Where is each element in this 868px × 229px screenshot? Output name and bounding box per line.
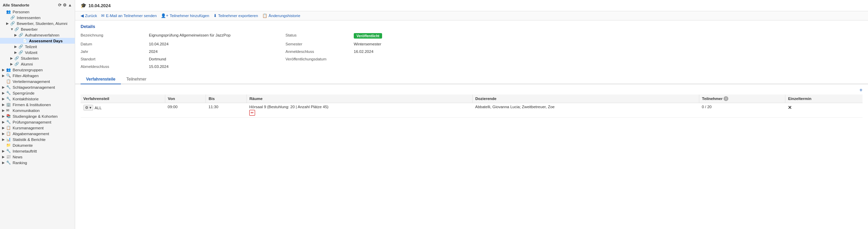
sidebar-item-aufnahmeverfahren[interactable]: ▶ 🔗 Aufnahmeverfahren xyxy=(0,32,75,38)
sidebar-item-schlagwortmanagement[interactable]: ▶ 🔧 Schlagwortmanagement xyxy=(0,84,75,90)
history-icon: 📋 xyxy=(262,13,267,18)
sidebar-item-label: Bewerber xyxy=(21,27,38,31)
sidebar-item-sperrgründe[interactable]: ▶ 🔧 Sperrgründe xyxy=(0,90,75,96)
sidebar-item-bewerber[interactable]: ▼ 🔗 Bewerber xyxy=(0,26,75,32)
tabs-bar: Verfahrensteile Teilnehmer xyxy=(75,75,868,84)
tree-arrow-icon: ▶ xyxy=(2,103,6,106)
sidebar-item-studenten[interactable]: ▶ 🔗 Studenten xyxy=(0,55,75,61)
raum-text: Hörsaal 9 (Bestuhlung: 20 | Anzahl Plätz… xyxy=(249,105,470,109)
sidebar-item-label: Benutzergruppen xyxy=(13,68,43,72)
sidebar-item-statistik-berichte[interactable]: ▶ 📊 Statistik & Berichte xyxy=(0,137,75,142)
teilnehmer-info-icon[interactable]: i xyxy=(724,96,728,101)
label-jahr: Jahr xyxy=(81,49,149,54)
sidebar-item-alumni[interactable]: ▶ 🔗 Alumni xyxy=(0,61,75,67)
tree-arrow-icon: ▶ xyxy=(2,85,6,89)
sidebar-item-label: Kontakthistorie xyxy=(13,97,39,101)
sidebar-item-label: Kursmanagement xyxy=(13,126,44,130)
sidebar-item-label: Prüfungsmanagement xyxy=(13,120,51,124)
tree-item-icon: 🔧 xyxy=(6,149,12,153)
sidebar-item-label: Alumni xyxy=(21,62,33,66)
tree-item-icon: 📄 xyxy=(23,39,28,43)
table-row: ⚙ ▾ ALL 09:00 11:30 Hörsaal 9 (Bestuhlun… xyxy=(81,103,863,118)
collapse-icon[interactable]: ▲ xyxy=(68,3,72,8)
tree-item-icon: 🔗 xyxy=(18,44,24,49)
sidebar-item-dokumente[interactable]: 📁 Dokumente xyxy=(0,142,75,148)
tree-arrow-icon: ▶ xyxy=(2,120,6,124)
tree-arrow-icon: ▶ xyxy=(2,161,6,164)
settings-icon[interactable]: ⚙ xyxy=(63,3,67,8)
details-section-title: Details xyxy=(75,20,868,31)
sidebar-item-news[interactable]: ▶ 📰 News xyxy=(0,154,75,160)
tab-verfahrensteile[interactable]: Verfahrensteile xyxy=(81,75,121,84)
col-dozierende: Dozierende xyxy=(473,95,699,103)
tree-arrow-icon: ▶ xyxy=(6,22,10,25)
edit-raum-button[interactable]: ✏ xyxy=(249,110,255,116)
tree-arrow-icon: ▶ xyxy=(14,45,18,48)
sidebar-item-label: Verteilermanagement xyxy=(13,80,50,84)
tree-item-icon: 📋 xyxy=(6,79,12,84)
refresh-icon[interactable]: ⟳ xyxy=(58,3,61,8)
add-row-button[interactable]: + xyxy=(859,87,863,93)
delete-button[interactable]: ✕ xyxy=(788,105,792,110)
cell-verfahrensteil: ⚙ ▾ ALL xyxy=(81,103,165,118)
back-arrow-icon: ◀ xyxy=(81,13,84,18)
col-teilnehmer: Teilnehmer i xyxy=(699,95,785,103)
tree-arrow-icon: ▼ xyxy=(10,27,14,31)
tree-arrow-icon: ▶ xyxy=(2,149,6,153)
tab-teilnehmer[interactable]: Teilnehmer xyxy=(121,75,152,84)
sidebar-item-kommunikation[interactable]: ▶ ✉ Kommunikation xyxy=(0,108,75,113)
tree-arrow-icon: ▶ xyxy=(2,109,6,112)
verfahrensteile-table: Verfahrensteil Von Bis Räume Dozierende … xyxy=(81,95,863,118)
value-jahr: 2024 xyxy=(149,49,285,54)
sidebar-item-personen[interactable]: 👥 Personen xyxy=(0,9,75,15)
details-grid: Bezeichnung Eignungsprüfung Allgemeinwis… xyxy=(75,31,868,73)
email-button[interactable]: ✉ E-Mail an Teilnehmer senden xyxy=(101,13,157,18)
sidebar-item-benutzergruppen[interactable]: ▶ 👥 Benutzergruppen xyxy=(0,67,75,73)
cell-bis: 11:30 xyxy=(206,103,247,118)
sidebar-item-ranking[interactable]: ▶ 🔧 Ranking xyxy=(0,160,75,166)
history-button[interactable]: 📋 Änderungshistorie xyxy=(262,13,300,18)
sidebar: Alle Standorte ⟳ ⚙ ▲ 👥 Personen 🔗 Intere… xyxy=(0,0,75,229)
sidebar-item-studiengaenge-kohorten[interactable]: ▶ 📚 Studiengänge & Kohorten xyxy=(0,113,75,119)
tree-item-icon: 🔧 xyxy=(6,91,12,95)
tree-item-icon: 🔧 xyxy=(6,85,12,89)
label-bezeichnung: Bezeichnung xyxy=(81,32,149,39)
tree-arrow-icon: ▶ xyxy=(2,138,6,141)
add-participant-button[interactable]: 👤+ Teilnehmer hinzufügen xyxy=(161,13,209,18)
cell-raum: Hörsaal 9 (Bestuhlung: 20 | Anzahl Plätz… xyxy=(247,103,472,118)
gear-dropdown-button[interactable]: ⚙ ▾ xyxy=(83,105,93,111)
sidebar-item-abgabemanagement[interactable]: ▶ 📋 Abgabemanagement xyxy=(0,131,75,137)
sidebar-item-vollzeit[interactable]: ▶ 🔗 Vollzeit xyxy=(0,49,75,55)
sidebar-item-filter-abfragen[interactable]: ▶ 🔍 Filter-Abfragen xyxy=(0,73,75,78)
tree-arrow-icon: ▶ xyxy=(2,74,6,77)
sidebar-item-kontakthistorie[interactable]: ▶ 🔧 Kontakthistorie xyxy=(0,96,75,102)
tree-arrow-icon: ▶ xyxy=(14,51,18,54)
back-button[interactable]: ◀ Zurück xyxy=(81,13,97,18)
tree-item-icon: 📚 xyxy=(6,114,12,118)
sidebar-item-firmen-institutionen[interactable]: ▶ 🏢 Firmen & Institutionen xyxy=(0,102,75,108)
tree-item-icon: 👥 xyxy=(6,10,12,14)
tree-arrow-icon: ▶ xyxy=(2,132,6,135)
sidebar-item-assessment-days[interactable]: 📄 Assessment Days xyxy=(0,38,75,44)
tree-item-icon: 🔗 xyxy=(14,62,20,66)
sidebar-item-pruefungsmanagement[interactable]: ▶ 🔧 Prüfungsmanagement xyxy=(0,119,75,125)
sidebar-item-internetauftritt[interactable]: ▶ 🔧 Internetauftritt xyxy=(0,148,75,154)
sidebar-item-teilzeit[interactable]: ▶ 🔗 Teilzeit xyxy=(0,44,75,49)
tree-arrow-icon: ▶ xyxy=(2,91,6,95)
tree-item-icon: 🔗 xyxy=(18,50,24,55)
tree-arrow-icon: ▶ xyxy=(10,62,14,66)
tree-item-icon: 🏢 xyxy=(6,102,12,107)
sidebar-item-verteilermanagement[interactable]: 📋 Verteilermanagement xyxy=(0,78,75,84)
sidebar-item-interessenten[interactable]: 🔗 Interessenten xyxy=(0,15,75,20)
sidebar-item-label: Kommunikation xyxy=(13,109,40,113)
tree-item-icon: 📋 xyxy=(6,126,12,130)
label-standort: Standort xyxy=(81,56,149,62)
tree-item-icon: 🔗 xyxy=(14,27,20,31)
sidebar-item-kursmanagement[interactable]: ▶ 📋 Kursmanagement xyxy=(0,125,75,131)
sidebar-item-bewerber-studenten-alumni[interactable]: ▶ 🔗 Bewerber, Studenten, Alumni xyxy=(0,20,75,26)
cell-dozierende: Abbatelli, Giovanna Lucia; Zweitbetreuer… xyxy=(473,103,699,118)
tree-item-icon: 🔗 xyxy=(18,33,24,37)
export-button[interactable]: ⬇ Teilnehmer exportieren xyxy=(213,13,258,18)
tree-arrow-icon: ▶ xyxy=(2,97,6,101)
col-von: Von xyxy=(165,95,206,103)
